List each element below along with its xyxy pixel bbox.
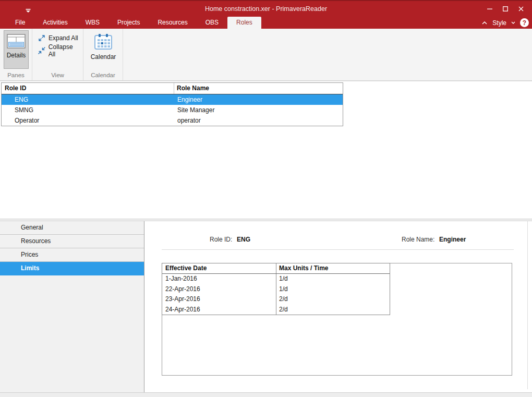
- effective-date-cell: 23-Apr-2016: [162, 294, 276, 305]
- effective-date-cell: 24-Apr-2016: [162, 305, 276, 315]
- tab-activities[interactable]: Activities: [34, 17, 76, 29]
- side-tab-general[interactable]: General: [0, 221, 144, 235]
- role-id-cell: Operator: [2, 115, 175, 126]
- app-window: Home constraction.xer - PrimaveraReader …: [0, 0, 532, 397]
- expand-all-button[interactable]: Expand All: [35, 32, 80, 44]
- max-units-cell: 2/d: [276, 294, 390, 305]
- window-controls: [482, 1, 529, 17]
- limits-detail-area: Role ID: ENG Role Name: Engineer Effecti…: [145, 221, 532, 392]
- role-name-cell: operator: [175, 115, 343, 126]
- details-pane: General Resources Prices Limits Role ID:…: [0, 221, 532, 392]
- roles-list-pane: Role ID Role Name ENG Engineer SMNG Site…: [0, 81, 532, 219]
- max-units-cell: 1/d: [276, 284, 390, 295]
- tab-resources[interactable]: Resources: [149, 17, 196, 29]
- close-button[interactable]: [513, 2, 529, 16]
- close-icon: [518, 6, 524, 11]
- tab-file[interactable]: File: [6, 17, 34, 29]
- table-row[interactable]: 23-Apr-2016 2/d: [162, 294, 390, 305]
- tab-obs[interactable]: OBS: [197, 17, 227, 29]
- status-bar: [0, 392, 532, 397]
- collapse-all-button[interactable]: Collapse All: [35, 45, 83, 56]
- max-units-cell: 2/d: [276, 305, 390, 315]
- maximize-button[interactable]: [498, 2, 513, 16]
- role-name-value: Engineer: [439, 236, 466, 243]
- details-side-tabs: General Resources Prices Limits: [0, 221, 144, 392]
- table-row[interactable]: 22-Apr-2016 1/d: [162, 284, 390, 295]
- side-tab-prices[interactable]: Prices: [0, 248, 144, 262]
- role-name-label: Role Name:: [402, 236, 434, 243]
- max-units-cell: 1/d: [276, 274, 390, 284]
- limits-table-header: Effective Date Max Units / Time: [162, 263, 390, 274]
- side-tab-resources[interactable]: Resources: [0, 235, 144, 248]
- column-header-role-id[interactable]: Role ID: [2, 83, 174, 94]
- table-row[interactable]: ENG Engineer: [2, 94, 343, 105]
- collapse-ribbon-button[interactable]: [481, 21, 488, 25]
- role-id-label: Role ID:: [210, 236, 232, 243]
- collapse-all-label: Collapse All: [49, 43, 81, 58]
- tab-wbs[interactable]: WBS: [77, 17, 108, 29]
- ribbon-group-label-calendar: Calendar: [83, 72, 123, 78]
- details-button-label: Details: [7, 52, 26, 59]
- panes-layout-icon: [7, 34, 26, 49]
- ribbon-group-label-view: View: [32, 72, 83, 78]
- tab-projects[interactable]: Projects: [108, 17, 149, 29]
- titlebar: Home constraction.xer - PrimaveraReader: [0, 0, 532, 17]
- quick-access-toolbar-icon[interactable]: [25, 6, 31, 11]
- details-button[interactable]: Details: [4, 30, 29, 69]
- roles-table: Role ID Role Name ENG Engineer SMNG Site…: [1, 82, 343, 126]
- calendar-icon: [94, 33, 113, 50]
- role-name-cell: Site Manager: [175, 105, 343, 115]
- style-dropdown-button[interactable]: [511, 21, 515, 24]
- calendar-button[interactable]: Calendar: [88, 30, 119, 69]
- calendar-button-label: Calendar: [91, 53, 116, 61]
- expand-arrows-icon: [38, 34, 46, 42]
- effective-date-cell: 1-Jan-2016: [162, 274, 276, 284]
- collapse-arrows-icon: [38, 46, 46, 55]
- table-row[interactable]: Operator operator: [2, 115, 343, 126]
- fields-separator: [162, 249, 514, 250]
- help-button[interactable]: ?: [520, 18, 529, 27]
- window-title: Home constraction.xer - PrimaveraReader: [0, 5, 532, 13]
- maximize-icon: [503, 6, 508, 11]
- role-id-cell: ENG: [2, 94, 175, 105]
- detail-right-border: [527, 221, 528, 389]
- table-row[interactable]: 24-Apr-2016 2/d: [162, 305, 390, 315]
- table-row[interactable]: 1-Jan-2016 1/d: [162, 274, 390, 284]
- role-id-cell: SMNG: [2, 105, 175, 115]
- column-header-effective-date[interactable]: Effective Date: [162, 263, 276, 273]
- effective-date-cell: 22-Apr-2016: [162, 284, 276, 295]
- expand-all-label: Expand All: [49, 34, 78, 42]
- question-mark-icon: ?: [523, 19, 526, 27]
- role-id-value: ENG: [237, 236, 250, 243]
- ribbon-group-view: Expand All Collapse All View: [32, 29, 83, 80]
- side-tab-limits[interactable]: Limits: [0, 262, 144, 275]
- tabbar-right-controls: Style ?: [481, 17, 529, 29]
- menu-tabbar: File Activities WBS Projects Resources O…: [0, 17, 532, 29]
- ribbon: Details Panes Expand All: [0, 29, 532, 81]
- ribbon-group-panes: Details Panes: [0, 29, 32, 80]
- role-fields-row: Role ID: ENG Role Name: Engineer: [145, 236, 532, 244]
- column-header-max-units[interactable]: Max Units / Time: [276, 263, 390, 273]
- role-name-cell: Engineer: [175, 94, 343, 105]
- minimize-icon: [487, 6, 492, 11]
- chevron-down-icon: [511, 21, 515, 24]
- limits-table: Effective Date Max Units / Time 1-Jan-20…: [162, 263, 390, 315]
- minimize-button[interactable]: [482, 2, 498, 16]
- chevron-up-icon: [481, 21, 488, 25]
- style-button[interactable]: Style: [492, 19, 506, 27]
- limits-container: Effective Date Max Units / Time 1-Jan-20…: [162, 263, 512, 376]
- tab-roles[interactable]: Roles: [227, 17, 261, 29]
- roles-table-header: Role ID Role Name: [2, 83, 343, 94]
- ribbon-group-calendar: Calendar Calendar: [83, 29, 123, 80]
- table-row[interactable]: SMNG Site Manager: [2, 105, 343, 115]
- column-header-role-name[interactable]: Role Name: [174, 83, 343, 94]
- ribbon-group-label-panes: Panes: [0, 72, 32, 78]
